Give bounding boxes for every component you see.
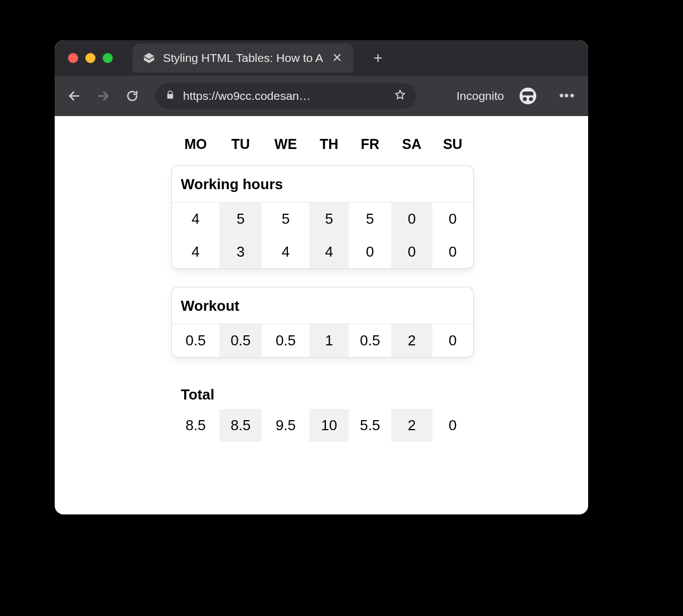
col-we: WE: [262, 126, 309, 166]
cell: 0: [432, 235, 473, 268]
table-row: 4 5 5 5 5 0 0: [172, 203, 473, 235]
browser-window: Styling HTML Tables: How to A ✕ + https:…: [55, 40, 588, 514]
section-title: Workout: [172, 287, 473, 324]
window-titlebar: Styling HTML Tables: How to A ✕ +: [55, 40, 588, 76]
cell: 8.5: [219, 409, 262, 442]
cell: 4: [172, 203, 219, 235]
cell: 0: [432, 203, 473, 235]
cell: 0: [432, 324, 473, 357]
cell: 8.5: [172, 409, 219, 442]
cell: 0.5: [172, 324, 219, 357]
bookmark-star-icon[interactable]: [394, 89, 406, 103]
cell: 1: [309, 324, 348, 357]
lock-icon: [165, 90, 175, 102]
section-title: Total: [172, 376, 473, 409]
cell: 4: [309, 235, 348, 268]
table-row: 4 3 4 4 0 0 0: [172, 235, 473, 268]
section-working-hours: Working hours 4 5 5 5 5 0 0 4 3 4 4: [172, 166, 473, 268]
cell: 0: [432, 409, 473, 442]
incognito-label: Incognito: [456, 89, 504, 103]
table-row: 0.5 0.5 0.5 1 0.5 2 0: [172, 324, 473, 357]
cell: 5.5: [349, 409, 391, 442]
back-button[interactable]: [65, 86, 84, 105]
col-su: SU: [432, 126, 473, 166]
url-text: https://wo9cc.codesan…: [183, 89, 311, 103]
reload-button[interactable]: [123, 86, 142, 105]
cell: 5: [262, 203, 309, 235]
cell: 0: [391, 235, 432, 268]
cell: 0.5: [349, 324, 391, 357]
window-close-button[interactable]: [68, 53, 78, 63]
col-sa: SA: [391, 126, 432, 166]
col-fr: FR: [349, 126, 391, 166]
section-total: Total 8.5 8.5 9.5 10 5.5 2 0: [172, 376, 473, 442]
cell: 4: [262, 235, 309, 268]
incognito-icon: [520, 88, 536, 104]
browser-toolbar: https://wo9cc.codesan… Incognito •••: [55, 76, 588, 116]
cell: 5: [309, 203, 348, 235]
window-maximize-button[interactable]: [103, 53, 113, 63]
table-header-row: MO TU WE TH FR SA SU: [172, 126, 473, 166]
browser-tab[interactable]: Styling HTML Tables: How to A ✕: [133, 44, 353, 73]
tab-title: Styling HTML Tables: How to A: [163, 51, 323, 65]
table-row: 8.5 8.5 9.5 10 5.5 2 0: [172, 409, 473, 442]
col-th: TH: [309, 126, 348, 166]
new-tab-button[interactable]: +: [368, 48, 388, 68]
traffic-lights: [68, 53, 113, 63]
cell: 5: [349, 203, 391, 235]
section-workout: Workout 0.5 0.5 0.5 1 0.5 2 0: [172, 287, 473, 357]
tab-close-icon[interactable]: ✕: [331, 51, 343, 65]
favicon-icon: [143, 52, 155, 64]
cell: 4: [172, 235, 219, 268]
section-title: Working hours: [172, 166, 473, 203]
col-tu: TU: [219, 126, 262, 166]
window-minimize-button[interactable]: [85, 53, 95, 63]
cell: 0: [349, 235, 391, 268]
col-mo: MO: [172, 126, 219, 166]
cell: 10: [309, 409, 348, 442]
cell: 5: [219, 203, 262, 235]
cell: 9.5: [262, 409, 309, 442]
forward-button[interactable]: [94, 86, 113, 105]
hours-table: MO TU WE TH FR SA SU Working hours 4 5 5: [172, 126, 473, 442]
cell: 3: [219, 235, 262, 268]
address-bar[interactable]: https://wo9cc.codesan…: [155, 83, 416, 109]
cell: 2: [391, 324, 432, 357]
page-content: MO TU WE TH FR SA SU Working hours 4 5 5: [55, 116, 588, 442]
cell: 0.5: [219, 324, 262, 357]
overflow-menu-button[interactable]: •••: [555, 90, 578, 102]
cell: 2: [391, 409, 432, 442]
cell: 0.5: [262, 324, 309, 357]
cell: 0: [391, 203, 432, 235]
